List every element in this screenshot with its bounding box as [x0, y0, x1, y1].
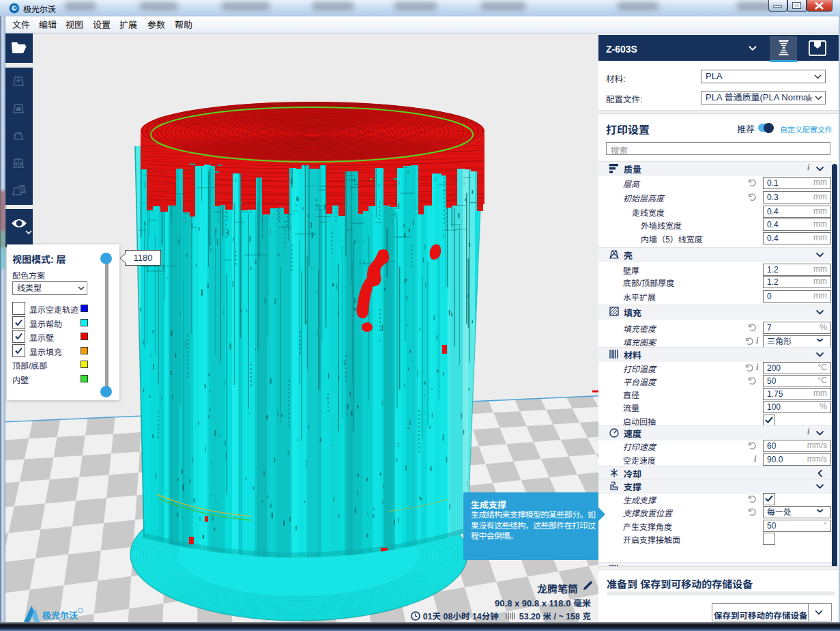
svg-text:极光尔沃: 极光尔沃 [42, 611, 78, 621]
